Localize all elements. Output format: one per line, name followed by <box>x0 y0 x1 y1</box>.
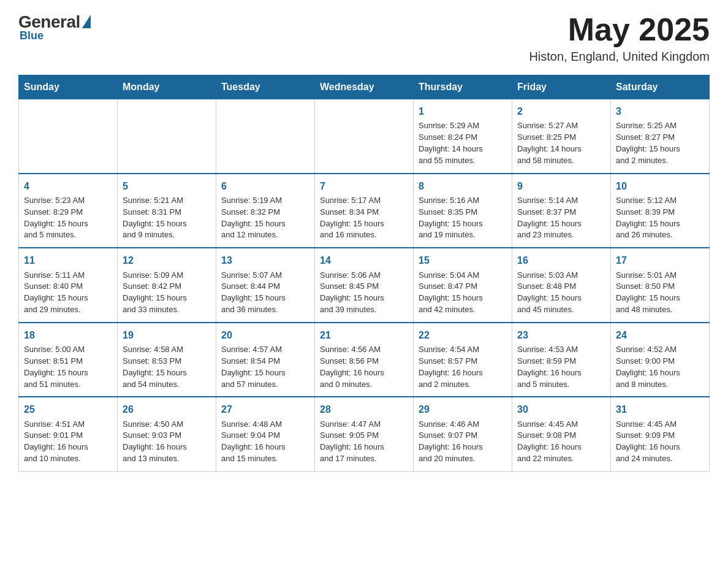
calendar-week-row: 18Sunrise: 5:00 AM Sunset: 8:51 PM Dayli… <box>19 323 710 397</box>
calendar-day-cell <box>118 99 216 174</box>
day-info: Sunrise: 5:25 AM Sunset: 8:27 PM Dayligh… <box>616 120 704 166</box>
day-number: 26 <box>123 402 211 416</box>
day-number: 3 <box>616 104 704 118</box>
day-number: 6 <box>221 179 309 193</box>
logo-triangle-icon <box>82 15 91 28</box>
calendar-day-cell: 20Sunrise: 4:57 AM Sunset: 8:54 PM Dayli… <box>216 323 315 397</box>
day-number: 23 <box>517 328 605 342</box>
calendar-day-cell: 6Sunrise: 5:19 AM Sunset: 8:32 PM Daylig… <box>216 174 315 248</box>
day-of-week-header: Sunday <box>19 75 118 99</box>
day-info: Sunrise: 4:47 AM Sunset: 9:05 PM Dayligh… <box>320 419 408 465</box>
calendar-day-cell: 19Sunrise: 4:58 AM Sunset: 8:53 PM Dayli… <box>118 323 216 397</box>
calendar-day-cell: 8Sunrise: 5:16 AM Sunset: 8:35 PM Daylig… <box>414 174 512 248</box>
day-number: 12 <box>123 253 211 267</box>
day-of-week-header: Wednesday <box>315 75 414 99</box>
day-info: Sunrise: 5:03 AM Sunset: 8:48 PM Dayligh… <box>517 270 605 316</box>
calendar-day-cell: 3Sunrise: 5:25 AM Sunset: 8:27 PM Daylig… <box>611 99 710 174</box>
day-number: 11 <box>24 253 112 267</box>
day-info: Sunrise: 4:53 AM Sunset: 8:59 PM Dayligh… <box>517 344 605 390</box>
calendar-day-cell: 4Sunrise: 5:23 AM Sunset: 8:29 PM Daylig… <box>19 174 118 248</box>
day-number: 1 <box>419 104 507 118</box>
day-number: 21 <box>320 328 408 342</box>
day-number: 18 <box>24 328 112 342</box>
day-info: Sunrise: 5:21 AM Sunset: 8:31 PM Dayligh… <box>123 195 211 241</box>
day-number: 15 <box>419 253 507 267</box>
day-info: Sunrise: 4:50 AM Sunset: 9:03 PM Dayligh… <box>123 419 211 465</box>
day-info: Sunrise: 5:00 AM Sunset: 8:51 PM Dayligh… <box>24 344 112 390</box>
day-number: 29 <box>419 402 507 416</box>
day-info: Sunrise: 4:48 AM Sunset: 9:04 PM Dayligh… <box>221 419 309 465</box>
day-of-week-header: Monday <box>118 75 216 99</box>
day-number: 22 <box>419 328 507 342</box>
day-number: 31 <box>616 402 704 416</box>
day-of-week-header: Saturday <box>611 75 710 99</box>
day-number: 17 <box>616 253 704 267</box>
calendar-day-cell: 25Sunrise: 4:51 AM Sunset: 9:01 PM Dayli… <box>19 397 118 471</box>
calendar-day-cell: 11Sunrise: 5:11 AM Sunset: 8:40 PM Dayli… <box>19 248 118 323</box>
day-number: 14 <box>320 253 408 267</box>
calendar-day-cell: 24Sunrise: 4:52 AM Sunset: 9:00 PM Dayli… <box>611 323 710 397</box>
day-info: Sunrise: 5:12 AM Sunset: 8:39 PM Dayligh… <box>616 195 704 241</box>
day-info: Sunrise: 5:14 AM Sunset: 8:37 PM Dayligh… <box>517 195 605 241</box>
day-info: Sunrise: 4:54 AM Sunset: 8:57 PM Dayligh… <box>419 344 507 390</box>
calendar-header-row: SundayMondayTuesdayWednesdayThursdayFrid… <box>19 75 710 99</box>
day-info: Sunrise: 5:09 AM Sunset: 8:42 PM Dayligh… <box>123 270 211 316</box>
day-info: Sunrise: 5:04 AM Sunset: 8:47 PM Dayligh… <box>419 270 507 316</box>
calendar-day-cell: 13Sunrise: 5:07 AM Sunset: 8:44 PM Dayli… <box>216 248 315 323</box>
day-number: 20 <box>221 328 309 342</box>
day-info: Sunrise: 5:16 AM Sunset: 8:35 PM Dayligh… <box>419 195 507 241</box>
calendar-day-cell: 28Sunrise: 4:47 AM Sunset: 9:05 PM Dayli… <box>315 397 414 471</box>
day-number: 9 <box>517 179 605 193</box>
day-info: Sunrise: 5:17 AM Sunset: 8:34 PM Dayligh… <box>320 195 408 241</box>
calendar-week-row: 4Sunrise: 5:23 AM Sunset: 8:29 PM Daylig… <box>19 174 710 248</box>
calendar-day-cell: 5Sunrise: 5:21 AM Sunset: 8:31 PM Daylig… <box>118 174 216 248</box>
day-number: 5 <box>123 179 211 193</box>
calendar-day-cell: 15Sunrise: 5:04 AM Sunset: 8:47 PM Dayli… <box>414 248 512 323</box>
calendar-day-cell: 16Sunrise: 5:03 AM Sunset: 8:48 PM Dayli… <box>512 248 611 323</box>
title-block: May 2025 Histon, England, United Kingdom <box>529 12 710 64</box>
day-info: Sunrise: 4:46 AM Sunset: 9:07 PM Dayligh… <box>419 419 507 465</box>
day-number: 27 <box>221 402 309 416</box>
day-info: Sunrise: 4:45 AM Sunset: 9:09 PM Dayligh… <box>616 419 704 465</box>
logo: General Blue <box>18 12 91 42</box>
calendar-subtitle: Histon, England, United Kingdom <box>529 50 710 64</box>
day-info: Sunrise: 5:01 AM Sunset: 8:50 PM Dayligh… <box>616 270 704 316</box>
calendar-table: SundayMondayTuesdayWednesdayThursdayFrid… <box>18 75 710 472</box>
day-number: 10 <box>616 179 704 193</box>
calendar-week-row: 11Sunrise: 5:11 AM Sunset: 8:40 PM Dayli… <box>19 248 710 323</box>
page-header: General Blue May 2025 Histon, England, U… <box>18 12 710 64</box>
calendar-day-cell: 22Sunrise: 4:54 AM Sunset: 8:57 PM Dayli… <box>414 323 512 397</box>
calendar-day-cell: 9Sunrise: 5:14 AM Sunset: 8:37 PM Daylig… <box>512 174 611 248</box>
calendar-day-cell: 30Sunrise: 4:45 AM Sunset: 9:08 PM Dayli… <box>512 397 611 471</box>
calendar-day-cell <box>216 99 315 174</box>
calendar-day-cell: 2Sunrise: 5:27 AM Sunset: 8:25 PM Daylig… <box>512 99 611 174</box>
calendar-title: May 2025 <box>529 12 710 47</box>
calendar-day-cell <box>19 99 118 174</box>
day-number: 19 <box>123 328 211 342</box>
calendar-day-cell: 18Sunrise: 5:00 AM Sunset: 8:51 PM Dayli… <box>19 323 118 397</box>
calendar-week-row: 1Sunrise: 5:29 AM Sunset: 8:24 PM Daylig… <box>19 99 710 174</box>
day-info: Sunrise: 5:19 AM Sunset: 8:32 PM Dayligh… <box>221 195 309 241</box>
day-of-week-header: Thursday <box>414 75 512 99</box>
day-info: Sunrise: 5:27 AM Sunset: 8:25 PM Dayligh… <box>517 120 605 166</box>
day-info: Sunrise: 5:23 AM Sunset: 8:29 PM Dayligh… <box>24 195 112 241</box>
day-number: 24 <box>616 328 704 342</box>
calendar-day-cell: 1Sunrise: 5:29 AM Sunset: 8:24 PM Daylig… <box>414 99 512 174</box>
day-info: Sunrise: 4:56 AM Sunset: 8:56 PM Dayligh… <box>320 344 408 390</box>
calendar-day-cell: 29Sunrise: 4:46 AM Sunset: 9:07 PM Dayli… <box>414 397 512 471</box>
day-number: 25 <box>24 402 112 416</box>
day-number: 13 <box>221 253 309 267</box>
calendar-day-cell <box>315 99 414 174</box>
calendar-day-cell: 12Sunrise: 5:09 AM Sunset: 8:42 PM Dayli… <box>118 248 216 323</box>
calendar-week-row: 25Sunrise: 4:51 AM Sunset: 9:01 PM Dayli… <box>19 397 710 471</box>
day-number: 28 <box>320 402 408 416</box>
day-number: 7 <box>320 179 408 193</box>
day-number: 30 <box>517 402 605 416</box>
day-number: 4 <box>24 179 112 193</box>
calendar-day-cell: 17Sunrise: 5:01 AM Sunset: 8:50 PM Dayli… <box>611 248 710 323</box>
day-number: 8 <box>419 179 507 193</box>
day-info: Sunrise: 4:57 AM Sunset: 8:54 PM Dayligh… <box>221 344 309 390</box>
calendar-day-cell: 10Sunrise: 5:12 AM Sunset: 8:39 PM Dayli… <box>611 174 710 248</box>
calendar-day-cell: 14Sunrise: 5:06 AM Sunset: 8:45 PM Dayli… <box>315 248 414 323</box>
day-info: Sunrise: 5:07 AM Sunset: 8:44 PM Dayligh… <box>221 270 309 316</box>
